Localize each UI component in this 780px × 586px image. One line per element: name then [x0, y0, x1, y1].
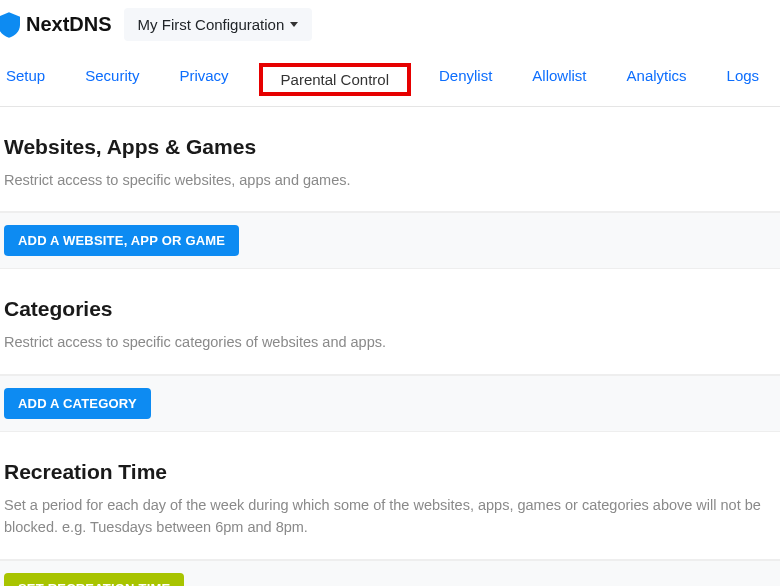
section-categories: Categories Restrict access to specific c…	[0, 269, 780, 374]
set-recreation-time-button[interactable]: SET RECREATION TIME	[4, 573, 184, 586]
section-title: Recreation Time	[4, 460, 776, 484]
section-recreation: Recreation Time Set a period for each da…	[0, 432, 780, 560]
add-website-button[interactable]: ADD A WEBSITE, APP OR GAME	[4, 225, 239, 256]
shield-icon	[0, 12, 20, 38]
button-row-categories: ADD A CATEGORY	[0, 375, 780, 432]
nav-logs[interactable]: Logs	[721, 63, 766, 96]
nav-denylist[interactable]: Denylist	[433, 63, 498, 96]
nav-setup[interactable]: Setup	[0, 63, 51, 96]
section-title: Categories	[4, 297, 776, 321]
nav-security[interactable]: Security	[79, 63, 145, 96]
section-websites: Websites, Apps & Games Restrict access t…	[0, 107, 780, 212]
brand-logo[interactable]: NextDNS	[0, 12, 112, 38]
nav-privacy[interactable]: Privacy	[173, 63, 234, 96]
main-nav: Setup Security Privacy Parental Control …	[0, 49, 780, 107]
nav-allowlist[interactable]: Allowlist	[526, 63, 592, 96]
chevron-down-icon	[290, 22, 298, 27]
section-description: Restrict access to specific websites, ap…	[4, 169, 776, 191]
configuration-label: My First Configuration	[138, 16, 285, 33]
brand-name: NextDNS	[26, 13, 112, 36]
nav-parental-control[interactable]: Parental Control	[259, 63, 411, 96]
section-description: Set a period for each day of the week du…	[4, 494, 776, 539]
section-title: Websites, Apps & Games	[4, 135, 776, 159]
app-header: NextDNS My First Configuration	[0, 0, 780, 49]
section-description: Restrict access to specific categories o…	[4, 331, 776, 353]
configuration-dropdown[interactable]: My First Configuration	[124, 8, 313, 41]
nav-analytics[interactable]: Analytics	[621, 63, 693, 96]
button-row-recreation: SET RECREATION TIME	[0, 560, 780, 586]
add-category-button[interactable]: ADD A CATEGORY	[4, 388, 151, 419]
button-row-websites: ADD A WEBSITE, APP OR GAME	[0, 212, 780, 269]
